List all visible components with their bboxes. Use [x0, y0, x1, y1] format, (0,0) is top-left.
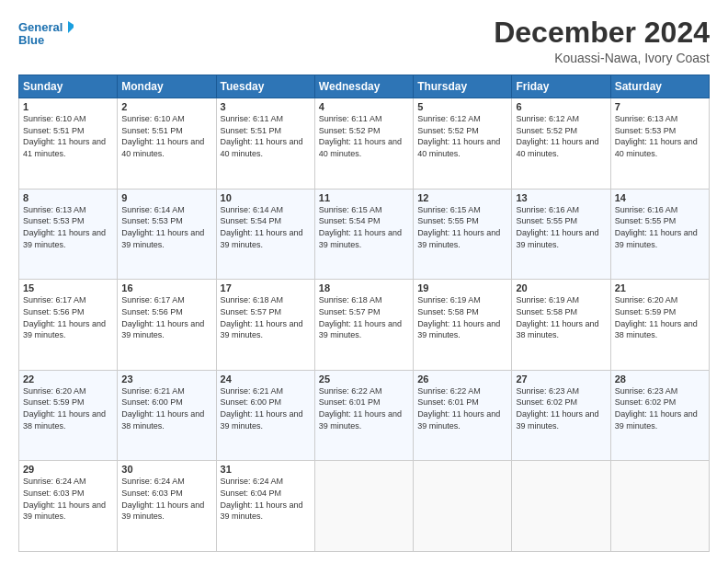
day-info: Sunrise: 6:23 AMSunset: 6:02 PMDaylight:… — [516, 386, 598, 431]
day-number: 28 — [615, 373, 705, 385]
calendar-cell: 10 Sunrise: 6:14 AMSunset: 5:54 PMDaylig… — [216, 189, 314, 280]
calendar-cell: 12 Sunrise: 6:15 AMSunset: 5:55 PMDaylig… — [414, 189, 512, 280]
day-number: 10 — [221, 192, 311, 203]
day-number: 6 — [516, 101, 606, 112]
calendar-cell: 21 Sunrise: 6:20 AMSunset: 5:59 PMDaylig… — [610, 280, 709, 371]
calendar-cell: 2 Sunrise: 6:10 AMSunset: 5:51 PMDayligh… — [118, 98, 216, 190]
col-monday: Monday — [118, 75, 216, 98]
day-number: 17 — [221, 282, 311, 293]
day-info: Sunrise: 6:11 AMSunset: 5:51 PMDaylight:… — [221, 114, 303, 158]
calendar-cell: 14 Sunrise: 6:16 AMSunset: 5:55 PMDaylig… — [610, 189, 709, 280]
title-block: December 2024 Kouassi-Nawa, Ivory Coast — [494, 17, 710, 65]
day-info: Sunrise: 6:20 AMSunset: 5:59 PMDaylight:… — [615, 295, 698, 339]
day-info: Sunrise: 6:16 AMSunset: 5:55 PMDaylight:… — [615, 205, 698, 249]
day-number: 19 — [417, 282, 507, 293]
day-number: 22 — [23, 373, 113, 385]
day-info: Sunrise: 6:17 AMSunset: 5:56 PMDaylight:… — [23, 295, 106, 339]
day-info: Sunrise: 6:15 AMSunset: 5:54 PMDaylight:… — [319, 205, 402, 249]
calendar-cell: 20 Sunrise: 6:19 AMSunset: 5:58 PMDaylig… — [512, 280, 610, 371]
day-info: Sunrise: 6:11 AMSunset: 5:52 PMDaylight:… — [319, 114, 402, 158]
svg-text:Blue: Blue — [18, 33, 44, 47]
day-info: Sunrise: 6:19 AMSunset: 5:58 PMDaylight:… — [516, 295, 598, 339]
day-info: Sunrise: 6:18 AMSunset: 5:57 PMDaylight:… — [319, 295, 402, 339]
day-number: 8 — [23, 192, 113, 203]
day-info: Sunrise: 6:24 AMSunset: 6:04 PMDaylight:… — [221, 477, 303, 521]
calendar-cell: 31 Sunrise: 6:24 AMSunset: 6:04 PMDaylig… — [216, 461, 314, 552]
page: General Blue December 2024 Kouassi-Nawa,… — [0, 0, 728, 563]
day-info: Sunrise: 6:23 AMSunset: 6:02 PMDaylight:… — [615, 386, 698, 431]
day-number: 11 — [319, 192, 409, 203]
day-info: Sunrise: 6:22 AMSunset: 6:01 PMDaylight:… — [417, 386, 500, 431]
svg-text:General: General — [18, 20, 63, 34]
day-number: 21 — [615, 282, 705, 293]
day-number: 1 — [23, 101, 113, 112]
calendar-cell: 27 Sunrise: 6:23 AMSunset: 6:02 PMDaylig… — [512, 370, 610, 461]
day-info: Sunrise: 6:15 AMSunset: 5:55 PMDaylight:… — [417, 205, 500, 249]
header: General Blue December 2024 Kouassi-Nawa,… — [18, 17, 710, 65]
day-number: 25 — [319, 373, 409, 385]
day-number: 23 — [121, 373, 211, 385]
day-info: Sunrise: 6:12 AMSunset: 5:52 PMDaylight:… — [516, 114, 598, 158]
calendar-week-row: 15 Sunrise: 6:17 AMSunset: 5:56 PMDaylig… — [19, 280, 710, 371]
calendar-table: Sunday Monday Tuesday Wednesday Thursday… — [18, 75, 710, 552]
calendar-week-row: 22 Sunrise: 6:20 AMSunset: 5:59 PMDaylig… — [19, 370, 710, 461]
day-number: 15 — [23, 282, 113, 293]
calendar-week-row: 1 Sunrise: 6:10 AMSunset: 5:51 PMDayligh… — [19, 98, 710, 190]
col-friday: Friday — [512, 75, 610, 98]
svg-marker-2 — [68, 21, 74, 33]
col-thursday: Thursday — [414, 75, 512, 98]
day-info: Sunrise: 6:17 AMSunset: 5:56 PMDaylight:… — [121, 295, 204, 339]
day-info: Sunrise: 6:22 AMSunset: 6:01 PMDaylight:… — [319, 386, 402, 431]
day-info: Sunrise: 6:13 AMSunset: 5:53 PMDaylight:… — [615, 114, 698, 158]
day-number: 13 — [516, 192, 606, 203]
calendar-cell: 25 Sunrise: 6:22 AMSunset: 6:01 PMDaylig… — [314, 370, 413, 461]
day-number: 12 — [417, 192, 507, 203]
day-info: Sunrise: 6:13 AMSunset: 5:53 PMDaylight:… — [23, 205, 106, 249]
calendar-cell: 11 Sunrise: 6:15 AMSunset: 5:54 PMDaylig… — [314, 189, 413, 280]
day-number: 20 — [516, 282, 606, 293]
calendar-cell: 30 Sunrise: 6:24 AMSunset: 6:03 PMDaylig… — [118, 461, 216, 552]
day-number: 30 — [121, 464, 211, 475]
calendar-cell: 26 Sunrise: 6:22 AMSunset: 6:01 PMDaylig… — [414, 370, 512, 461]
calendar-cell: 7 Sunrise: 6:13 AMSunset: 5:53 PMDayligh… — [610, 98, 709, 190]
day-number: 29 — [23, 464, 113, 475]
day-info: Sunrise: 6:14 AMSunset: 5:53 PMDaylight:… — [121, 205, 204, 249]
day-info: Sunrise: 6:19 AMSunset: 5:58 PMDaylight:… — [417, 295, 500, 339]
calendar-cell: 5 Sunrise: 6:12 AMSunset: 5:52 PMDayligh… — [414, 98, 512, 190]
calendar-cell: 22 Sunrise: 6:20 AMSunset: 5:59 PMDaylig… — [19, 370, 118, 461]
logo: General Blue — [18, 17, 74, 50]
col-saturday: Saturday — [610, 75, 709, 98]
day-number: 18 — [319, 282, 409, 293]
calendar-cell: 29 Sunrise: 6:24 AMSunset: 6:03 PMDaylig… — [19, 461, 118, 552]
calendar-cell: 24 Sunrise: 6:21 AMSunset: 6:00 PMDaylig… — [216, 370, 314, 461]
day-info: Sunrise: 6:12 AMSunset: 5:52 PMDaylight:… — [417, 114, 500, 158]
day-info: Sunrise: 6:18 AMSunset: 5:57 PMDaylight:… — [221, 295, 303, 339]
day-info: Sunrise: 6:10 AMSunset: 5:51 PMDaylight:… — [23, 114, 106, 158]
day-info: Sunrise: 6:14 AMSunset: 5:54 PMDaylight:… — [221, 205, 303, 249]
calendar-cell: 1 Sunrise: 6:10 AMSunset: 5:51 PMDayligh… — [19, 98, 118, 190]
day-number: 26 — [417, 373, 507, 385]
day-number: 3 — [221, 101, 311, 112]
calendar-cell: 18 Sunrise: 6:18 AMSunset: 5:57 PMDaylig… — [314, 280, 413, 371]
calendar-cell — [512, 461, 610, 552]
calendar-header-row: Sunday Monday Tuesday Wednesday Thursday… — [19, 75, 710, 98]
day-number: 7 — [615, 101, 705, 112]
col-wednesday: Wednesday — [314, 75, 413, 98]
day-number: 31 — [221, 464, 311, 475]
day-number: 27 — [516, 373, 606, 385]
calendar-cell: 9 Sunrise: 6:14 AMSunset: 5:53 PMDayligh… — [118, 189, 216, 280]
subtitle: Kouassi-Nawa, Ivory Coast — [494, 51, 710, 65]
calendar-cell: 6 Sunrise: 6:12 AMSunset: 5:52 PMDayligh… — [512, 98, 610, 190]
calendar-cell: 8 Sunrise: 6:13 AMSunset: 5:53 PMDayligh… — [19, 189, 118, 280]
calendar-cell: 13 Sunrise: 6:16 AMSunset: 5:55 PMDaylig… — [512, 189, 610, 280]
calendar-cell: 16 Sunrise: 6:17 AMSunset: 5:56 PMDaylig… — [118, 280, 216, 371]
day-number: 24 — [221, 373, 311, 385]
day-info: Sunrise: 6:16 AMSunset: 5:55 PMDaylight:… — [516, 205, 598, 249]
calendar-cell — [610, 461, 709, 552]
day-number: 4 — [319, 101, 409, 112]
main-title: December 2024 — [494, 17, 710, 49]
calendar-cell: 4 Sunrise: 6:11 AMSunset: 5:52 PMDayligh… — [314, 98, 413, 190]
calendar-cell — [414, 461, 512, 552]
day-info: Sunrise: 6:21 AMSunset: 6:00 PMDaylight:… — [121, 386, 204, 431]
col-sunday: Sunday — [19, 75, 118, 98]
